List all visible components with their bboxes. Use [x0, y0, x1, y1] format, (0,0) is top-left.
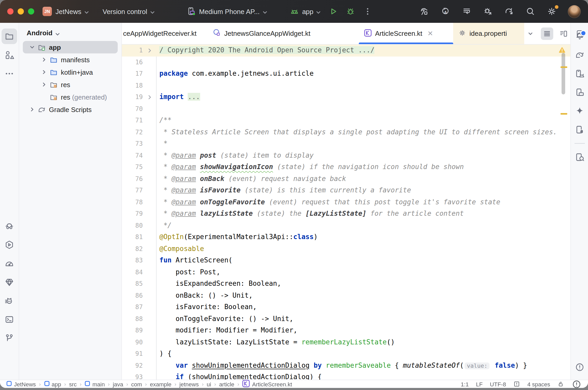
- tree-item-manifests[interactable]: manifests: [23, 53, 118, 66]
- warning-stripe-mark[interactable]: [561, 113, 568, 114]
- device-mirroring-tool-button[interactable]: [572, 122, 587, 137]
- code-line-82[interactable]: 82@Composable: [122, 243, 571, 255]
- tab-articlescreen-kt[interactable]: ArticleScreen.kt✕: [359, 23, 453, 44]
- apply-code-changes-button[interactable]: [461, 6, 472, 17]
- tree-item-res[interactable]: res (generated): [23, 91, 118, 103]
- code-line-78[interactable]: 78 * @param onToggleFavorite (event) req…: [122, 196, 571, 208]
- attach-debugger-button[interactable]: [483, 6, 493, 17]
- code-line-81[interactable]: 81@OptIn(ExperimentalMaterial3Api::class…: [122, 231, 571, 243]
- services-tool-button[interactable]: [2, 237, 17, 253]
- chevron-right-icon[interactable]: [28, 105, 37, 114]
- code-line-85[interactable]: 85 isExpandedScreen: Boolean,: [122, 278, 571, 290]
- breadcrumb-jetnews[interactable]: JetNews: [6, 381, 36, 387]
- code-line-90[interactable]: 90 lazyListState: LazyListState = rememb…: [122, 336, 571, 348]
- code-line-87[interactable]: 87 isFavorite: Boolean,: [122, 301, 571, 313]
- breadcrumb-articlescreen-kt[interactable]: ArticleScreen.kt: [242, 380, 292, 388]
- run-configuration-selector[interactable]: app: [289, 6, 321, 17]
- file-list-view-button[interactable]: [541, 27, 554, 40]
- problems-button[interactable]: [572, 359, 587, 375]
- notifications-button[interactable]: [572, 29, 587, 44]
- code-line-19[interactable]: 19import ...: [122, 91, 571, 103]
- chevron-right-icon[interactable]: [40, 80, 49, 89]
- gradle-tool-button[interactable]: [572, 47, 587, 63]
- apply-changes-button[interactable]: A: [440, 6, 451, 17]
- tab-list-dropdown[interactable]: [524, 27, 537, 40]
- code-line-80[interactable]: 80 */: [122, 220, 571, 231]
- code-line-73[interactable]: 73 *: [122, 138, 571, 150]
- breadcrumb-com[interactable]: com: [131, 381, 142, 387]
- zoom-button[interactable]: [28, 8, 34, 15]
- file-encoding[interactable]: UTF-8: [490, 381, 506, 387]
- run-button[interactable]: [328, 6, 339, 17]
- code-editor[interactable]: 1/ Copyright 2020 The Android Open Sourc…: [122, 45, 571, 380]
- more-tool-windows-button[interactable]: [2, 66, 17, 81]
- tree-item-app[interactable]: app: [23, 41, 118, 53]
- tree-item-kotlin-java[interactable]: kotlin+java: [23, 66, 118, 78]
- terminal-tool-button[interactable]: [2, 312, 17, 327]
- device-selector[interactable]: Medium Phone AP...: [186, 6, 268, 17]
- indent-style[interactable]: 4 spaces: [527, 381, 550, 387]
- code-line-83[interactable]: 83fun ArticleScreen(: [122, 255, 571, 266]
- profiler-tool-button[interactable]: [2, 256, 17, 271]
- readonly-toggle[interactable]: [557, 381, 564, 387]
- chevron-down-icon[interactable]: [28, 43, 37, 51]
- code-line-92[interactable]: 92 var showUnimplementedActionDialog by …: [122, 360, 571, 371]
- caret-position[interactable]: 1:1: [461, 381, 469, 387]
- fold-chevron-icon[interactable]: [143, 91, 156, 103]
- editor-scrollbar[interactable]: [562, 53, 565, 94]
- project-menu[interactable]: JetNews: [55, 8, 89, 15]
- code-line-1[interactable]: 1/ Copyright 2020 The Android Open Sourc…: [122, 45, 571, 56]
- close-tab-button[interactable]: ✕: [428, 30, 433, 37]
- tree-item-gradle-scripts[interactable]: Gradle Scripts: [23, 103, 118, 116]
- tab-jetnewsglanceappwidget-kt[interactable]: JetnewsGlanceAppWidget.kt: [208, 23, 359, 44]
- split-editor-button[interactable]: [558, 27, 570, 40]
- resource-manager-tool-button[interactable]: [2, 47, 17, 63]
- logcat-tool-button[interactable]: [2, 293, 17, 309]
- breadcrumb-src[interactable]: src: [69, 381, 76, 387]
- code-line-91[interactable]: 91) {: [122, 348, 571, 360]
- device-explorer-tool-button[interactable]: [572, 149, 587, 165]
- line-separator[interactable]: LF: [476, 381, 483, 387]
- breadcrumb-main[interactable]: main: [85, 381, 105, 387]
- code-line-71[interactable]: 71/**: [122, 115, 571, 126]
- code-line-86[interactable]: 86 onBack: () -> Unit,: [122, 290, 571, 301]
- problems-indicator[interactable]: [571, 379, 582, 388]
- inspections-widget[interactable]: [513, 381, 520, 387]
- code-line-17[interactable]: 17package com.example.jetnews.ui.article: [122, 68, 571, 80]
- tab-idea-properti[interactable]: idea.properti: [453, 23, 524, 44]
- code-line-74[interactable]: 74 * @param post (state) item to display: [122, 150, 571, 161]
- gradle-sync-button[interactable]: [504, 6, 514, 17]
- project-tool-button[interactable]: [2, 29, 17, 44]
- device-manager-tool-button[interactable]: [572, 66, 587, 81]
- breadcrumb-java[interactable]: java: [113, 381, 123, 387]
- running-devices-tool-button[interactable]: [572, 85, 587, 100]
- code-line-77[interactable]: 77 * @param isFavorite (state) is this i…: [122, 185, 571, 196]
- project-view-selector[interactable]: Android: [19, 27, 122, 41]
- debug-button[interactable]: [346, 6, 356, 17]
- inspection-warning-icon[interactable]: [559, 47, 566, 53]
- minimize-button[interactable]: [18, 8, 24, 15]
- breadcrumb-example[interactable]: example: [150, 381, 171, 387]
- tree-item-res[interactable]: res: [23, 78, 118, 91]
- breadcrumb-ui[interactable]: ui: [207, 381, 211, 387]
- breadcrumb-app[interactable]: app: [44, 381, 61, 387]
- code-line-79[interactable]: 79 * @param lazyListState (state) the [L…: [122, 208, 571, 220]
- user-avatar[interactable]: [568, 5, 581, 18]
- search-everywhere-button[interactable]: [525, 6, 536, 17]
- code-line-16[interactable]: 16: [122, 56, 571, 68]
- fold-chevron-icon[interactable]: [143, 45, 156, 56]
- code-line-72[interactable]: 72 * Stateless Article Screen that displ…: [122, 126, 571, 138]
- code-line-76[interactable]: 76 * @param onBack (event) request navig…: [122, 173, 571, 185]
- app-inspection-tool-button[interactable]: [2, 274, 17, 290]
- version-control-menu[interactable]: Version control: [103, 8, 155, 15]
- version-control-tool-button[interactable]: [2, 330, 17, 346]
- code-line-93[interactable]: 93 if (showUnimplementedActionDialog) {: [122, 371, 571, 380]
- settings-button[interactable]: [547, 6, 557, 17]
- code-line-89[interactable]: 89 modifier: Modifier = Modifier,: [122, 325, 571, 336]
- more-run-options[interactable]: [363, 6, 373, 17]
- code-line-75[interactable]: 75 * @param showNavigationIcon (state) i…: [122, 161, 571, 173]
- tab-ceappwidgetreceiver-kt[interactable]: ceAppWidgetReceiver.kt: [122, 23, 208, 44]
- chevron-right-icon[interactable]: [40, 68, 49, 76]
- code-line-18[interactable]: 18: [122, 80, 571, 91]
- gemini-tool-button[interactable]: [572, 103, 587, 119]
